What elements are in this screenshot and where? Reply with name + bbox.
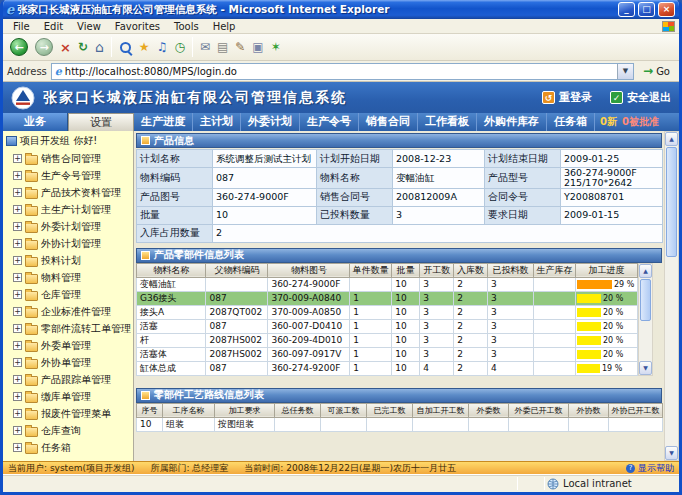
parts-cell: 4	[420, 361, 454, 375]
tree-item-11[interactable]: +零部件流转工单管理	[5, 320, 133, 337]
tree-item-7[interactable]: +投料计划	[5, 252, 133, 269]
nav-item-4[interactable]: 生产令号	[300, 113, 359, 131]
expand-icon[interactable]: +	[13, 239, 22, 248]
expand-icon[interactable]: +	[13, 205, 22, 214]
menu-edit[interactable]: Edit	[37, 21, 70, 32]
menu-tools[interactable]: Tools	[167, 21, 206, 32]
parts-row-5[interactable]: 杆2087HS002360-209-4D01011032320 %	[137, 333, 638, 347]
scroll-up-button[interactable]: ▲	[665, 132, 678, 146]
address-dropdown-button[interactable]: ▼	[617, 64, 633, 79]
go-button[interactable]: → Go	[638, 64, 675, 78]
scroll-up-button[interactable]: ▲	[639, 264, 652, 278]
scroll-thumb[interactable]	[666, 147, 677, 257]
minimize-button[interactable]: _	[618, 2, 635, 17]
parts-row-2[interactable]: G36接头087370-009-A084011032320 %	[137, 291, 638, 305]
nav-item-7[interactable]: 外购件库存	[477, 113, 547, 131]
refresh-button[interactable]: ↻	[75, 36, 91, 59]
nav-item-2[interactable]: 主计划	[193, 113, 241, 131]
tree-item-6[interactable]: +外协计划管理	[5, 235, 133, 252]
messenger-button[interactable]: ✶	[268, 36, 284, 59]
menu-file[interactable]: File	[6, 21, 37, 32]
relogin-button[interactable]: ↺ 重登录	[542, 90, 592, 105]
print-button[interactable]: ▤	[214, 36, 231, 59]
menu-favorites[interactable]: Favorites	[108, 21, 167, 32]
expand-icon[interactable]: +	[13, 256, 22, 265]
expand-icon[interactable]: +	[13, 392, 22, 401]
tree-item-8[interactable]: +物料管理	[5, 269, 133, 286]
logout-label: 安全退出	[627, 90, 671, 105]
tree-item-2[interactable]: +生产令号管理	[5, 167, 133, 184]
parts-cell: 2	[454, 333, 488, 347]
expand-icon[interactable]: +	[13, 188, 22, 197]
parts-cell: 2	[454, 347, 488, 361]
parts-table-scrollbar[interactable]: ▲ ▼	[638, 263, 653, 376]
expand-icon[interactable]: +	[13, 358, 22, 367]
parts-row-4[interactable]: 活塞087360-007-D041011032320 %	[137, 319, 638, 333]
expand-icon[interactable]: +	[13, 154, 22, 163]
tree-item-1[interactable]: +销售合同管理	[5, 150, 133, 167]
tree-item-5[interactable]: +外委计划管理	[5, 218, 133, 235]
progress-cell: 20 %	[575, 305, 637, 319]
tree-item-15[interactable]: +缴库单管理	[5, 388, 133, 405]
scroll-down-button[interactable]: ▼	[639, 361, 652, 375]
progress-value: 20 %	[603, 336, 623, 345]
nav-item-1[interactable]: 生产进度	[134, 113, 193, 131]
nav-item-5[interactable]: 销售合同	[359, 113, 418, 131]
nav-item-6[interactable]: 工作看板	[418, 113, 477, 131]
expand-icon[interactable]: +	[13, 341, 22, 350]
tab-business[interactable]: 业务	[3, 113, 68, 131]
back-button[interactable]: ←	[7, 36, 31, 59]
search-button[interactable]	[116, 36, 135, 59]
tree-item-17[interactable]: +仓库查询	[5, 422, 133, 439]
tree-item-9[interactable]: +仓库管理	[5, 286, 133, 303]
expand-icon[interactable]: +	[13, 426, 22, 435]
media-button[interactable]: ♫	[154, 36, 171, 59]
expand-icon[interactable]: +	[13, 273, 22, 282]
favorites-button[interactable]: ★	[136, 36, 153, 59]
tree-item-14[interactable]: +产品跟踪单管理	[5, 371, 133, 388]
expand-icon[interactable]: +	[13, 290, 22, 299]
expand-icon[interactable]: +	[13, 171, 22, 180]
tree-item-3[interactable]: +产品技术资料管理	[5, 184, 133, 201]
tree-item-13[interactable]: +外协单管理	[5, 354, 133, 371]
scroll-thumb[interactable]	[640, 279, 651, 321]
menu-help[interactable]: Help	[206, 21, 243, 32]
home-button[interactable]: ⌂	[92, 36, 107, 59]
folder-icon	[25, 189, 38, 199]
expand-icon[interactable]: +	[13, 443, 22, 452]
scroll-down-button[interactable]: ▼	[665, 446, 678, 460]
close-button[interactable]: ×	[658, 2, 675, 17]
tree-item-10[interactable]: +企业标准件管理	[5, 303, 133, 320]
expand-icon[interactable]: +	[13, 409, 22, 418]
parts-row-6[interactable]: 活塞体2087HS002360-097-0917V11032320 %	[137, 347, 638, 361]
logout-button[interactable]: ✓ 安全退出	[610, 90, 671, 105]
parts-row-7[interactable]: 缸体总成087360-274-9200F11042419 %	[137, 361, 638, 375]
forward-button[interactable]: →	[32, 36, 56, 59]
nav-item-8[interactable]: 任务箱	[547, 113, 595, 131]
parts-row-3[interactable]: 接头A2087QT002370-009-A085011032320 %	[137, 305, 638, 319]
tree-item-12[interactable]: +外委单管理	[5, 337, 133, 354]
scroll-track[interactable]	[665, 258, 678, 446]
address-input[interactable]: e http://localhost:8080/MPS/login.do ▼	[51, 63, 634, 80]
tree-item-18[interactable]: +任务箱	[5, 439, 133, 456]
parts-row-1[interactable]: 变幅油缸360-274-9000F1032329 %	[137, 277, 638, 291]
route-row-1[interactable]: 10组装按图组装	[137, 417, 663, 431]
expand-icon[interactable]: +	[13, 375, 22, 384]
discuss-button[interactable]: ▣	[249, 36, 266, 59]
stop-button[interactable]: ×	[57, 36, 74, 59]
maximize-button[interactable]: □	[638, 2, 655, 17]
scroll-track[interactable]	[639, 322, 652, 361]
expand-icon[interactable]: +	[13, 307, 22, 316]
mail-button[interactable]: ✉	[197, 36, 213, 59]
expand-icon[interactable]: +	[13, 222, 22, 231]
nav-item-3[interactable]: 外委计划	[241, 113, 300, 131]
history-button[interactable]: ◷	[171, 36, 187, 59]
show-help-link[interactable]: ? 显示帮助	[626, 462, 674, 475]
tab-settings[interactable]: 设置	[68, 113, 134, 131]
tree-item-16[interactable]: +报废件管理菜单	[5, 405, 133, 422]
tree-item-4[interactable]: +主生产计划管理	[5, 201, 133, 218]
page-scrollbar[interactable]: ▲ ▼	[664, 131, 679, 461]
menu-view[interactable]: View	[70, 21, 108, 32]
edit-button[interactable]: ✎	[232, 36, 248, 59]
expand-icon[interactable]: +	[13, 324, 22, 333]
